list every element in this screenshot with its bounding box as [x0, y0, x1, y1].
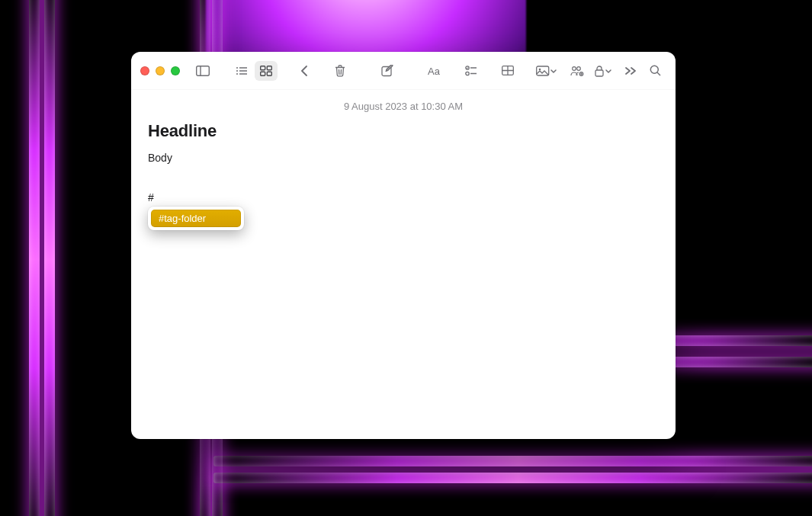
checklist-button[interactable] [462, 61, 481, 81]
note-body-text[interactable]: Body [148, 152, 659, 164]
close-button[interactable] [140, 66, 149, 75]
svg-point-18 [466, 72, 469, 75]
more-button[interactable] [619, 61, 642, 81]
delete-button[interactable] [331, 61, 350, 81]
svg-point-31 [650, 66, 658, 73]
window-titlebar: Aa [131, 52, 676, 90]
tag-suggestion-item[interactable]: #tag-folder [151, 210, 241, 227]
svg-rect-30 [595, 70, 603, 76]
note-headline[interactable]: Headline [148, 121, 659, 141]
svg-rect-0 [197, 66, 210, 75]
notes-window: Aa [131, 52, 676, 439]
back-button[interactable] [294, 61, 313, 81]
search-button[interactable] [644, 61, 666, 81]
gallery-view-button[interactable] [255, 61, 278, 81]
media-button[interactable] [534, 61, 560, 81]
table-button[interactable] [498, 61, 517, 81]
note-timestamp: 9 August 2023 at 10:30 AM [148, 101, 659, 112]
svg-rect-9 [267, 66, 271, 69]
new-note-button[interactable] [378, 61, 397, 81]
svg-point-25 [573, 66, 576, 70]
view-mode-group [230, 61, 278, 81]
list-view-button[interactable] [230, 61, 253, 81]
window-controls [140, 66, 180, 75]
svg-rect-11 [267, 72, 271, 75]
svg-rect-10 [260, 72, 265, 75]
toggle-sidebar-button[interactable] [194, 61, 213, 81]
svg-point-2 [236, 67, 238, 69]
svg-point-4 [236, 73, 238, 75]
fullscreen-button[interactable] [171, 66, 180, 75]
collaborate-button[interactable] [566, 61, 589, 81]
svg-point-24 [539, 68, 541, 70]
svg-line-32 [657, 72, 660, 75]
tag-suggestion-popup: #tag-folder [148, 207, 244, 230]
format-button[interactable]: Aa [425, 61, 445, 81]
svg-text:Aa: Aa [428, 66, 441, 76]
svg-rect-8 [260, 66, 265, 69]
svg-point-3 [236, 70, 238, 72]
note-hash-input[interactable]: # [148, 191, 659, 204]
note-editor[interactable]: 9 August 2023 at 10:30 AM Headline Body … [131, 90, 676, 439]
svg-point-26 [577, 66, 581, 70]
lock-button[interactable] [590, 61, 618, 81]
desktop-wallpaper: Aa [0, 0, 812, 516]
minimize-button[interactable] [156, 66, 165, 75]
